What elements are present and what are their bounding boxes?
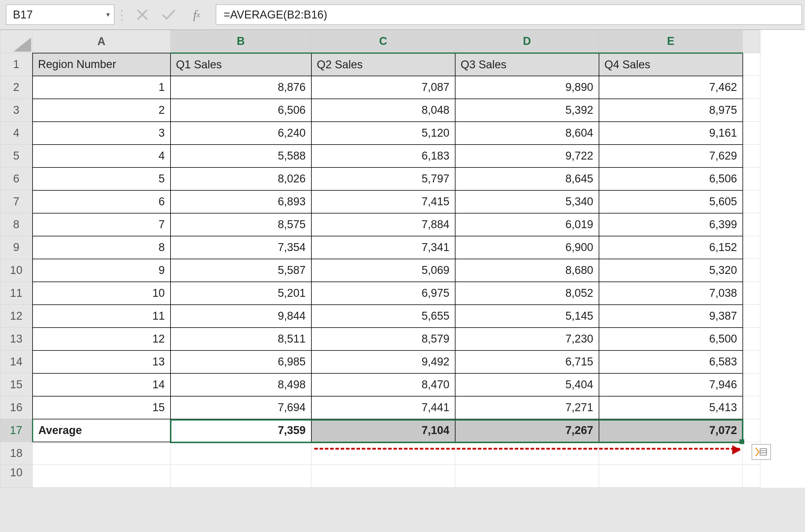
cell-A17[interactable]: Average (33, 419, 170, 442)
cell-E8[interactable]: 6,399 (599, 213, 743, 236)
cell-B16[interactable]: 7,694 (171, 397, 311, 419)
cell-A3[interactable]: 2 (33, 99, 170, 121)
row-header-9[interactable]: 9 (0, 236, 33, 259)
cell-F1[interactable] (743, 53, 761, 76)
cell-C4[interactable]: 5,120 (312, 122, 455, 144)
cell-B12[interactable]: 9,844 (171, 305, 311, 327)
cell-F7[interactable] (743, 190, 761, 213)
cell-D6[interactable]: 8,645 (456, 168, 599, 190)
cell-E7[interactable]: 5,605 (599, 191, 743, 213)
cell-C11[interactable]: 6,975 (312, 282, 455, 304)
cell-E3[interactable]: 8,975 (599, 99, 743, 121)
cell-F3[interactable] (743, 99, 761, 122)
cell-D5[interactable]: 9,722 (456, 145, 599, 167)
name-box-dropdown-icon[interactable]: ▼ (105, 12, 111, 18)
cell-E16[interactable]: 5,413 (599, 397, 743, 419)
cell-A4[interactable]: 3 (33, 122, 170, 144)
cell-A7[interactable]: 6 (33, 191, 170, 213)
cell-C18[interactable] (311, 442, 455, 465)
cell-C9[interactable]: 7,341 (312, 236, 455, 259)
cell-B3[interactable]: 6,506 (171, 99, 311, 121)
col-header-blank[interactable] (743, 30, 761, 53)
enter-formula-button[interactable] (155, 4, 182, 25)
cell-A1[interactable]: Region Number (33, 53, 170, 76)
cell-E5[interactable]: 7,629 (599, 145, 743, 167)
cell-E6[interactable]: 6,506 (599, 168, 743, 190)
cell-A6[interactable]: 5 (33, 168, 170, 190)
cell-D2[interactable]: 9,890 (456, 76, 599, 98)
cell-F11[interactable] (743, 282, 761, 305)
cell-C2[interactable]: 7,087 (312, 76, 455, 98)
cell-D8[interactable]: 6,019 (456, 213, 599, 236)
cell-F17[interactable] (743, 419, 761, 442)
cell-D16[interactable]: 7,271 (456, 397, 599, 419)
cell-E10[interactable]: 5,320 (599, 259, 743, 282)
cell-D17[interactable]: 7,267 (456, 419, 599, 442)
cell-F15[interactable] (743, 373, 761, 396)
cell-B15[interactable]: 8,498 (171, 374, 311, 396)
grid[interactable]: A B C D E 1 Region Number Q1 Sales Q2 Sa… (0, 30, 761, 488)
select-all-triangle[interactable] (0, 30, 33, 53)
cell-D3[interactable]: 5,392 (456, 99, 599, 121)
cell-D15[interactable]: 5,404 (456, 374, 599, 396)
fx-icon[interactable]: fx (182, 7, 211, 22)
cell-A9[interactable]: 8 (33, 236, 170, 259)
row-header-18[interactable]: 18 (0, 442, 33, 465)
cell-B18[interactable] (170, 442, 311, 465)
cell-F4[interactable] (743, 122, 761, 145)
cell-C6[interactable]: 5,797 (312, 168, 455, 190)
cell-C7[interactable]: 7,415 (312, 191, 455, 213)
col-header-D[interactable]: D (455, 30, 599, 53)
row-header-13[interactable]: 13 (0, 328, 33, 350)
cell-B8[interactable]: 8,575 (171, 213, 311, 236)
row-header-8[interactable]: 8 (0, 213, 33, 236)
cell-D12[interactable]: 5,145 (456, 305, 599, 327)
cell-E12[interactable]: 9,387 (599, 305, 743, 327)
cell-B2[interactable]: 8,876 (171, 76, 311, 98)
cell-D9[interactable]: 6,900 (456, 236, 599, 259)
cell-B9[interactable]: 7,354 (171, 236, 311, 259)
cell-E4[interactable]: 9,161 (599, 122, 743, 144)
cell-A15[interactable]: 14 (33, 374, 170, 396)
cell-C15[interactable]: 8,470 (312, 374, 455, 396)
row-header-17[interactable]: 17 (0, 419, 33, 442)
row-header-7[interactable]: 7 (0, 190, 33, 213)
cell-C17[interactable]: 7,104 (312, 419, 455, 442)
col-header-B[interactable]: B (170, 30, 311, 53)
cell-A14[interactable]: 13 (33, 351, 170, 373)
cell-E15[interactable]: 7,946 (599, 374, 743, 396)
cell-A10[interactable]: 9 (33, 259, 170, 282)
cell-E13[interactable]: 6,500 (599, 328, 743, 350)
cell-F2[interactable] (743, 76, 761, 99)
row-header-1[interactable]: 1 (0, 53, 33, 76)
cell-D13[interactable]: 7,230 (456, 328, 599, 350)
col-header-C[interactable]: C (311, 30, 455, 53)
cell-A13[interactable]: 12 (33, 328, 170, 350)
cell-B6[interactable]: 8,026 (171, 168, 311, 190)
col-header-A[interactable]: A (33, 30, 170, 53)
cell-B5[interactable]: 5,588 (171, 145, 311, 167)
cell-B13[interactable]: 8,511 (171, 328, 311, 350)
cell-E14[interactable]: 6,583 (599, 351, 743, 373)
cell-F14[interactable] (743, 350, 761, 373)
cell-B4[interactable]: 6,240 (171, 122, 311, 144)
col-header-E[interactable]: E (599, 30, 743, 53)
cell-B10[interactable]: 5,587 (171, 259, 311, 282)
cell-C8[interactable]: 7,884 (312, 213, 455, 236)
cell-D18[interactable] (455, 442, 599, 465)
cell-E17[interactable]: 7,072 (599, 419, 743, 442)
row-header-15[interactable]: 15 (0, 373, 33, 396)
cell-C14[interactable]: 9,492 (312, 351, 455, 373)
formula-input[interactable]: =AVERAGE(B2:B16) (216, 4, 802, 25)
cell-E2[interactable]: 7,462 (599, 76, 743, 98)
cell-C16[interactable]: 7,441 (312, 397, 455, 419)
cell-F5[interactable] (743, 145, 761, 168)
cell-D7[interactable]: 5,340 (456, 191, 599, 213)
row-header-16[interactable]: 16 (0, 396, 33, 419)
cell-F8[interactable] (743, 213, 761, 236)
name-box[interactable]: B17 ▼ (6, 4, 114, 25)
cell-D14[interactable]: 6,715 (456, 351, 599, 373)
cell-C10[interactable]: 5,069 (312, 259, 455, 282)
cell-A11[interactable]: 10 (33, 282, 170, 304)
cell-F10[interactable] (743, 259, 761, 282)
